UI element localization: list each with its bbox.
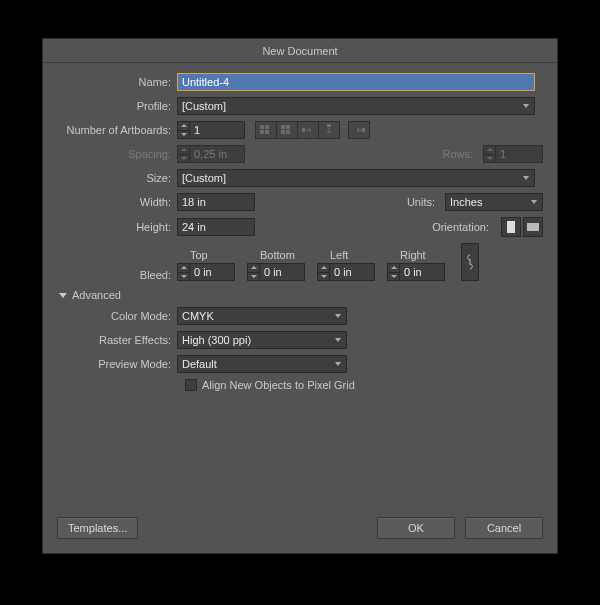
svg-rect-6 [286,125,290,129]
size-value: [Custom] [182,172,226,184]
height-label: Height: [57,221,177,233]
disclosure-triangle-icon [59,293,67,298]
bleed-label: Bleed: [57,269,177,281]
rows-spinner [483,145,543,163]
raster-value: High (300 ppi) [182,334,251,346]
units-dropdown[interactable]: Inches [445,193,543,211]
color-mode-dropdown[interactable]: CMYK [177,307,347,325]
rows-input [495,145,543,163]
svg-rect-0 [260,125,264,129]
svg-rect-4 [281,125,285,129]
bleed-top-spinner[interactable] [177,263,235,281]
color-mode-label: Color Mode: [57,310,177,322]
preview-value: Default [182,358,217,370]
grid-by-row-icon[interactable] [255,121,277,139]
grid-by-col-icon[interactable] [276,121,298,139]
bleed-right-input[interactable] [399,263,445,281]
raster-dropdown[interactable]: High (300 ppi) [177,331,347,349]
svg-rect-8 [302,128,305,132]
profile-label: Profile: [57,100,177,112]
preview-label: Preview Mode: [57,358,177,370]
artboards-spinner[interactable] [177,121,245,139]
color-mode-value: CMYK [182,310,214,322]
orientation-label: Orientation: [432,221,495,233]
raster-label: Raster Effects: [57,334,177,346]
svg-rect-11 [507,221,515,233]
svg-rect-12 [527,223,539,231]
arrange-left-icon[interactable] [348,121,370,139]
svg-rect-3 [265,130,269,134]
new-document-dialog: New Document Name: Profile: [Custom] Num… [42,38,558,554]
svg-rect-7 [286,130,290,134]
size-label: Size: [57,172,177,184]
name-label: Name: [57,76,177,88]
align-pixel-checkbox[interactable] [185,379,197,391]
bleed-bottom-label: Bottom [247,249,305,261]
bleed-top-label: Top [177,249,235,261]
chevron-down-icon [335,314,341,318]
width-input[interactable] [177,193,255,211]
orientation-landscape-button[interactable] [523,217,543,237]
spacing-spinner [177,145,245,163]
height-input[interactable] [177,218,255,236]
svg-rect-1 [265,125,269,129]
bleed-right-label: Right [387,249,445,261]
bleed-right-spinner[interactable] [387,263,445,281]
arrange-down-icon[interactable] [318,121,340,139]
name-input[interactable] [177,73,535,91]
spacing-input [189,145,245,163]
width-label: Width: [57,196,177,208]
dialog-title: New Document [43,39,557,63]
ok-button[interactable]: OK [377,517,455,539]
chevron-down-icon [523,176,529,180]
orientation-portrait-button[interactable] [501,217,521,237]
svg-rect-2 [260,130,264,134]
align-pixel-label: Align New Objects to Pixel Grid [202,379,355,391]
chevron-down-icon [335,362,341,366]
chevron-down-icon [523,104,529,108]
chevron-down-icon [335,338,341,342]
preview-dropdown[interactable]: Default [177,355,347,373]
units-value: Inches [450,196,482,208]
advanced-label: Advanced [72,289,121,301]
chevron-down-icon [531,200,537,204]
bleed-left-label: Left [317,249,375,261]
cancel-button[interactable]: Cancel [465,517,543,539]
artboards-label: Number of Artboards: [57,124,177,136]
svg-rect-9 [327,124,331,127]
bleed-link-button[interactable] [461,243,479,281]
profile-value: [Custom] [182,100,226,112]
svg-rect-5 [281,130,285,134]
advanced-section-toggle[interactable]: Advanced [59,289,543,301]
bleed-bottom-input[interactable] [259,263,305,281]
templates-button[interactable]: Templates... [57,517,138,539]
artboards-input[interactable] [189,121,245,139]
bleed-bottom-spinner[interactable] [247,263,305,281]
rows-label: Rows: [442,148,479,160]
bleed-top-input[interactable] [189,263,235,281]
spacing-label: Spacing: [57,148,177,160]
bleed-left-input[interactable] [329,263,375,281]
size-dropdown[interactable]: [Custom] [177,169,535,187]
bleed-left-spinner[interactable] [317,263,375,281]
units-label: Units: [407,196,441,208]
svg-rect-10 [362,128,365,132]
arrange-right-icon[interactable] [297,121,319,139]
profile-dropdown[interactable]: [Custom] [177,97,535,115]
